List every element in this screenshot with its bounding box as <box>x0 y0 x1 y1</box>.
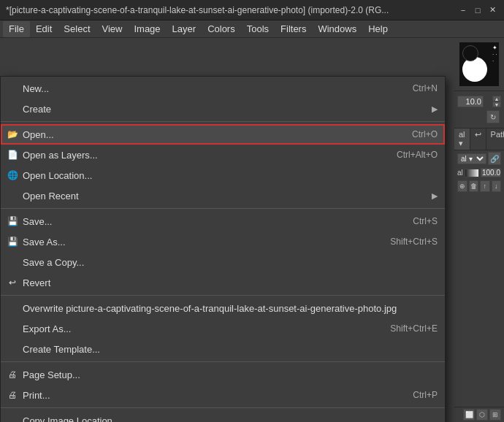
spin-control: ▲ ▼ <box>457 96 501 107</box>
right-panel: ✦· ·· ▲ ▼ ↻ al ▾ ↩ Paths <box>454 38 504 422</box>
menu-tools[interactable]: Tools <box>241 21 275 37</box>
bottom-icon-1[interactable]: ⬜ <box>463 409 475 421</box>
save-as-icon: 💾 <box>5 234 20 249</box>
menu-view[interactable]: View <box>96 21 129 37</box>
menu-layer[interactable]: Layer <box>167 21 202 37</box>
menu-item-copy-image-location[interactable]: Copy Image Location <box>1 410 445 422</box>
menu-item-open-as-layers[interactable]: 📄 Open as Layers... Ctrl+Alt+O <box>1 145 445 165</box>
menu-select[interactable]: Select <box>58 21 96 37</box>
menu-item-open-label: Open... <box>23 129 397 140</box>
menu-item-save-label: Save... <box>23 216 398 227</box>
file-menu-dropdown: New... Ctrl+N Create ▶ 📂 Open... Ctrl+O … <box>0 76 446 422</box>
menu-item-print-label: Print... <box>23 390 398 401</box>
panel-tabs: al ▾ ↩ Paths <box>454 128 504 150</box>
menu-item-new-label: New... <box>23 83 398 94</box>
window-title: *[picture-a-captivating-scene-of-a-tranq… <box>6 5 389 15</box>
menu-item-overwrite-label: Overwrite picture-a-captivating-scene-of… <box>23 303 438 314</box>
opacity-label: al <box>457 169 463 177</box>
menu-item-new-shortcut: Ctrl+N <box>413 83 438 93</box>
menu-image[interactable]: Image <box>128 21 166 37</box>
menu-item-save-as-shortcut: Shift+Ctrl+S <box>390 237 438 247</box>
minimize-button[interactable]: − <box>457 4 469 16</box>
menu-windows[interactable]: Windows <box>312 21 362 37</box>
menu-item-open-as-layers-label: Open as Layers... <box>23 150 382 161</box>
separator-1 <box>1 121 445 122</box>
app-content: ✦· ·· ▲ ▼ ↻ al ▾ ↩ Paths <box>0 38 504 422</box>
star-decoration: ✦· ·· <box>492 45 497 64</box>
page-setup-icon: 🖨 <box>5 367 20 382</box>
menu-item-export-as[interactable]: Export As... Shift+Ctrl+E <box>1 318 445 339</box>
menu-item-open-recent-label: Open Recent <box>23 191 424 202</box>
separator-3 <box>1 295 445 296</box>
submenu-arrow-recent: ▶ <box>432 191 438 201</box>
menu-item-page-setup-label: Page Setup... <box>23 369 438 380</box>
bottom-icons: ⊕ 🗑 ↑ ↓ <box>454 179 504 193</box>
menu-item-open-location-label: Open Location... <box>23 170 438 181</box>
menu-item-save-copy[interactable]: Save a Copy... <box>1 252 445 272</box>
menu-file[interactable]: File <box>3 21 30 37</box>
menu-item-create[interactable]: Create ▶ <box>1 99 445 119</box>
menu-item-save-as[interactable]: 💾 Save As... Shift+Ctrl+S <box>1 231 445 252</box>
menu-item-create-template-label: Create Template... <box>23 344 438 355</box>
refresh-icon[interactable]: ↻ <box>486 110 500 123</box>
menu-bar: File Edit Select View Image Layer Colors… <box>0 20 504 38</box>
add-layer-icon[interactable]: ⊕ <box>457 180 467 192</box>
spin-up-button[interactable]: ▲ <box>492 96 501 101</box>
spin-down-button[interactable]: ▼ <box>492 101 501 107</box>
tab-undo[interactable]: ↩ <box>470 128 486 150</box>
menu-item-open[interactable]: 📂 Open... Ctrl+O <box>1 124 445 145</box>
menu-item-open-as-layers-shortcut: Ctrl+Alt+O <box>397 150 438 160</box>
open-layers-icon: 📄 <box>5 147 20 162</box>
layer-down-icon[interactable]: ↓ <box>492 180 502 192</box>
menu-item-save-shortcut: Ctrl+S <box>413 216 438 226</box>
title-bar: *[picture-a-captivating-scene-of-a-tranq… <box>0 0 504 20</box>
tab-paths[interactable]: Paths <box>486 128 504 150</box>
chain-icon[interactable]: 🔗 <box>488 152 501 165</box>
bottom-icon-3[interactable]: ⊞ <box>489 409 501 421</box>
separator-4 <box>1 361 445 362</box>
close-button[interactable]: ✕ <box>486 4 498 16</box>
opacity-row: al <box>454 166 504 179</box>
menu-item-new[interactable]: New... Ctrl+N <box>1 78 445 99</box>
menu-help[interactable]: Help <box>362 21 394 37</box>
menu-item-print-shortcut: Ctrl+P <box>413 390 438 400</box>
spin-value-input[interactable] <box>457 96 484 107</box>
menu-colors[interactable]: Colors <box>202 21 241 37</box>
menu-item-save-copy-label: Save a Copy... <box>23 257 438 268</box>
menu-item-open-recent[interactable]: Open Recent ▶ <box>1 185 445 206</box>
image-thumbnail: ✦· ·· <box>459 42 499 86</box>
revert-icon: ↩ <box>5 275 20 290</box>
menu-filters[interactable]: Filters <box>275 21 312 37</box>
mode-dropdown-row: al ▾ 🔗 <box>454 150 504 166</box>
open-file-icon: 📂 <box>5 127 20 142</box>
mode-dropdown[interactable]: al ▾ <box>457 153 486 164</box>
submenu-arrow-create: ▶ <box>432 104 438 114</box>
menu-item-print[interactable]: 🖨 Print... Ctrl+P <box>1 385 445 405</box>
tab-layers[interactable]: al ▾ <box>454 128 470 150</box>
menu-item-open-location[interactable]: 🌐 Open Location... <box>1 165 445 185</box>
menu-item-export-as-shortcut: Shift+Ctrl+E <box>390 323 438 334</box>
menu-item-overwrite[interactable]: Overwrite picture-a-captivating-scene-of… <box>1 298 445 318</box>
menu-item-export-as-label: Export As... <box>23 323 375 334</box>
spin-section: ▲ ▼ ↻ <box>454 91 504 128</box>
panel-bottom-bar: ⬜ ⬡ ⊞ <box>454 407 504 422</box>
menu-item-create-template[interactable]: Create Template... <box>1 339 445 359</box>
menu-item-save[interactable]: 💾 Save... Ctrl+S <box>1 211 445 231</box>
maximize-button[interactable]: □ <box>472 4 484 16</box>
opacity-slider[interactable] <box>465 169 479 177</box>
delete-layer-icon[interactable]: 🗑 <box>469 180 479 192</box>
bottom-icon-2[interactable]: ⬡ <box>476 409 488 421</box>
menu-edit[interactable]: Edit <box>30 21 58 37</box>
opacity-value-input[interactable] <box>481 168 501 177</box>
window-controls: − □ ✕ <box>457 4 498 16</box>
separator-5 <box>1 407 445 408</box>
menu-item-revert[interactable]: ↩ Revert <box>1 272 445 293</box>
print-icon: 🖨 <box>5 388 20 402</box>
menu-item-open-shortcut: Ctrl+O <box>412 129 438 139</box>
separator-2 <box>1 208 445 209</box>
layer-up-icon[interactable]: ↑ <box>480 180 490 192</box>
menu-item-copy-image-location-label: Copy Image Location <box>23 415 438 423</box>
menu-item-page-setup[interactable]: 🖨 Page Setup... <box>1 364 445 385</box>
menu-item-revert-label: Revert <box>23 277 438 288</box>
thumbnail-section: ✦· ·· <box>454 38 504 91</box>
